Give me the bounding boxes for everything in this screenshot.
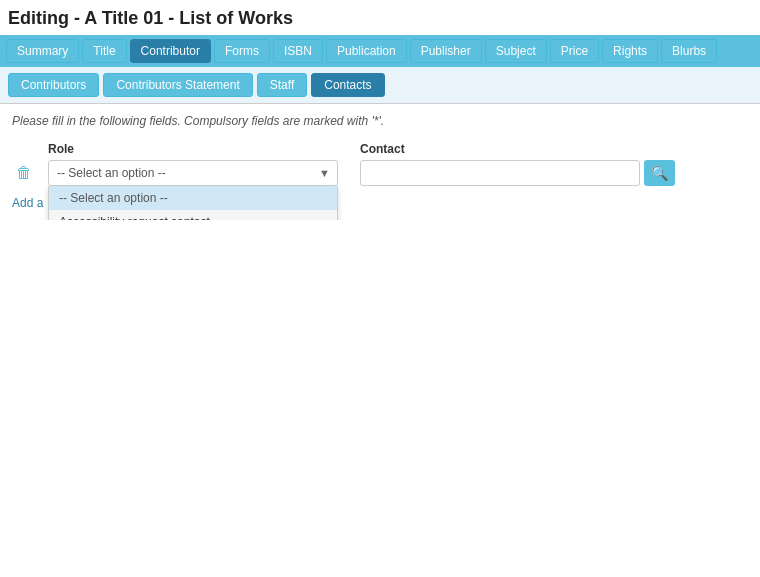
dropdown-option-0[interactable]: -- Select an option --: [49, 186, 337, 210]
contact-label: Contact: [360, 142, 748, 156]
sub-tab-contributors-statement[interactable]: Contributors Statement: [103, 73, 252, 97]
delete-icon: 🗑: [16, 164, 32, 181]
form-area: Please fill in the following fields. Com…: [0, 104, 760, 220]
fields-row: 🗑 Role -- Select an option --Accessibili…: [12, 142, 748, 186]
contact-field-group: Contact 🔍: [360, 142, 748, 186]
role-select[interactable]: -- Select an option --Accessibility requ…: [48, 160, 338, 186]
add-link[interactable]: Add a: [12, 196, 43, 210]
contact-input[interactable]: [360, 160, 640, 186]
sub-tab-contributors[interactable]: Contributors: [8, 73, 99, 97]
role-select-wrapper: -- Select an option --Accessibility requ…: [48, 160, 338, 186]
search-icon: 🔍: [651, 165, 668, 181]
primary-tab-bar: SummaryTitleContributorFormsISBNPublicat…: [0, 35, 760, 67]
secondary-tab-bar: ContributorsContributors StatementStaffC…: [0, 67, 760, 104]
contact-input-row: 🔍: [360, 160, 748, 186]
tab-publication[interactable]: Publication: [326, 39, 407, 63]
tab-price[interactable]: Price: [550, 39, 599, 63]
sub-tab-contacts[interactable]: Contacts: [311, 73, 384, 97]
sub-tab-staff[interactable]: Staff: [257, 73, 307, 97]
tab-isbn[interactable]: ISBN: [273, 39, 323, 63]
tab-title[interactable]: Title: [82, 39, 126, 63]
role-dropdown: -- Select an option --Accessibility requ…: [48, 186, 338, 220]
tab-contributor[interactable]: Contributor: [130, 39, 211, 63]
search-button[interactable]: 🔍: [644, 160, 675, 186]
tab-rights[interactable]: Rights: [602, 39, 658, 63]
tab-subject[interactable]: Subject: [485, 39, 547, 63]
tab-blurbs[interactable]: Blurbs: [661, 39, 717, 63]
delete-button[interactable]: 🗑: [12, 162, 36, 184]
role-label: Role: [48, 142, 348, 156]
tab-forms[interactable]: Forms: [214, 39, 270, 63]
instruction-text: Please fill in the following fields. Com…: [12, 114, 748, 128]
page-title: Editing - A Title 01 - List of Works: [0, 0, 760, 35]
role-field-group: Role -- Select an option --Accessibility…: [48, 142, 348, 186]
tab-publisher[interactable]: Publisher: [410, 39, 482, 63]
tab-summary[interactable]: Summary: [6, 39, 79, 63]
dropdown-option-1[interactable]: Accessibility request contact: [49, 210, 337, 220]
